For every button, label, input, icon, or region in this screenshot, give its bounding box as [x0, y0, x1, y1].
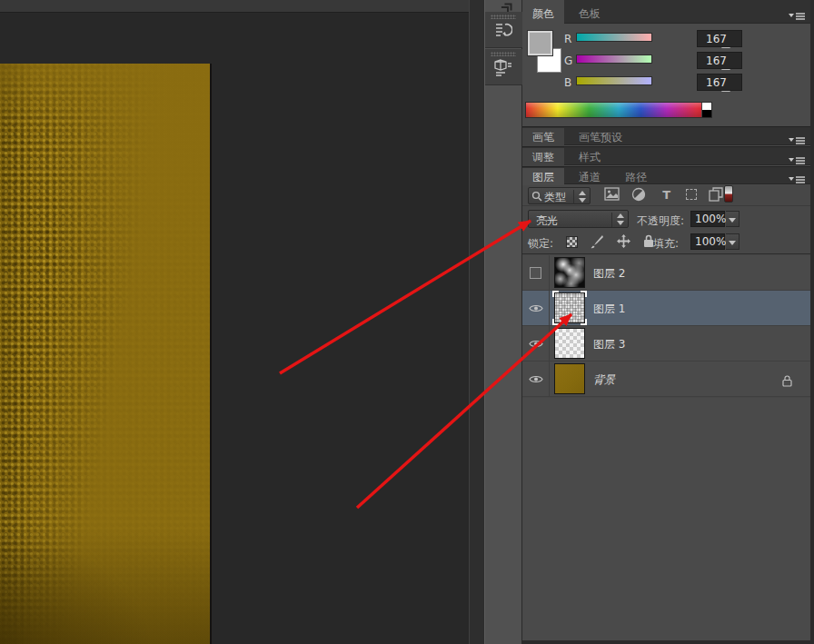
tab-brush[interactable]: 画笔 — [522, 128, 564, 147]
red-value-field[interactable]: 167 — [697, 30, 742, 47]
layer-row-3[interactable]: 图层 3 — [522, 326, 814, 362]
opacity-label: 不透明度: — [637, 213, 684, 229]
lock-label: 锁定: — [528, 236, 553, 252]
tab-paths[interactable]: 路径 — [615, 168, 657, 186]
document-canvas[interactable] — [0, 64, 212, 644]
foreground-color-swatch[interactable] — [528, 31, 552, 55]
dock-drag-handle[interactable] — [491, 52, 516, 56]
layer-name[interactable]: 图层 3 — [593, 337, 625, 352]
3d-panel-icon — [494, 59, 512, 76]
color-spectrum-ramp[interactable] — [525, 102, 712, 118]
selection-corner — [581, 291, 587, 297]
color-panel: R 167 G 167 B 167 — [522, 25, 814, 125]
blend-mode-select[interactable]: 亮光 — [528, 210, 629, 228]
eye-icon — [529, 374, 543, 384]
fill-dropdown-button[interactable] — [726, 233, 740, 250]
red-channel-row: R 167 — [564, 30, 814, 50]
green-channel-row: G 167 — [564, 52, 814, 72]
fill-label: 填充: — [653, 236, 679, 252]
tab-channels[interactable]: 通道 — [569, 168, 610, 186]
selection-corner — [552, 319, 559, 325]
layer-3-thumbnail[interactable] — [554, 328, 585, 359]
history-panel-button[interactable] — [485, 12, 522, 48]
lock-row: 锁定: 填充: 100% — [522, 231, 814, 254]
layer-name[interactable]: 图层 1 — [593, 302, 625, 317]
dock-gap — [469, 0, 484, 644]
tab-color[interactable]: 颜色 — [522, 0, 564, 24]
visibility-toggle[interactable] — [522, 326, 550, 362]
selection-corner — [552, 291, 559, 297]
filter-toggle-switch[interactable] — [724, 185, 733, 203]
layer-2-thumbnail[interactable] — [554, 257, 585, 288]
visibility-toggle[interactable] — [522, 291, 550, 326]
black-chip[interactable] — [701, 110, 711, 117]
lock-pixels-brush-icon[interactable] — [591, 234, 604, 253]
adjustments-panel-tabbar: 调整 样式 — [522, 146, 814, 165]
layer-name[interactable]: 图层 2 — [593, 266, 625, 282]
visibility-off-box — [530, 267, 541, 279]
filter-shape-layers-icon[interactable] — [686, 189, 697, 200]
filter-kind-select[interactable]: 类型 — [528, 187, 591, 204]
opacity-value-field[interactable]: 100% — [690, 211, 725, 227]
visibility-toggle[interactable] — [522, 255, 550, 291]
blue-channel-label: B — [564, 76, 571, 89]
green-channel-slider[interactable] — [576, 54, 652, 64]
expand-dock-icon[interactable] — [498, 0, 518, 12]
layer-row-1-selected[interactable]: 图层 1 — [522, 291, 814, 326]
blue-channel-row: B 167 — [564, 74, 814, 94]
fill-value-field[interactable]: 100% — [690, 233, 725, 250]
green-value-field[interactable]: 167 — [697, 52, 742, 69]
layer-name[interactable]: 背景 — [593, 372, 615, 388]
panel-bottom-edge — [522, 640, 814, 644]
divider — [573, 190, 574, 204]
blue-value-field[interactable]: 167 — [697, 74, 742, 91]
lock-transparency-icon[interactable] — [566, 236, 578, 248]
panel-menu-icon[interactable] — [789, 171, 805, 180]
lock-icon-group — [566, 234, 662, 253]
dock-drag-handle[interactable] — [491, 15, 516, 19]
divider — [611, 213, 612, 227]
filter-icon-group: T — [604, 187, 731, 204]
lock-position-icon[interactable] — [617, 234, 630, 252]
layer-1-thumbnail[interactable] — [554, 292, 585, 323]
blend-mode-row: 亮光 不透明度: 100% — [522, 207, 814, 231]
opacity-dropdown-button[interactable] — [726, 211, 740, 227]
collapsed-panel-dock — [484, 0, 522, 644]
layer-list-empty-area — [522, 398, 814, 640]
window-top-strip — [0, 0, 484, 13]
selection-corner — [581, 319, 587, 325]
layers-panel-tabbar: 图层 通道 路径 — [522, 166, 814, 184]
panel-menu-icon[interactable] — [789, 7, 805, 16]
red-channel-slider[interactable] — [576, 33, 652, 42]
history-icon — [494, 22, 512, 38]
tab-adjustments[interactable]: 调整 — [522, 148, 564, 167]
layer-filter-row: 类型 T — [522, 185, 814, 206]
tab-layers[interactable]: 图层 — [522, 168, 564, 186]
threed-panel-button[interactable] — [485, 49, 522, 85]
updown-arrows-icon — [615, 213, 625, 225]
layers-panel: 类型 T — [522, 185, 814, 640]
layer-row-background[interactable]: 背景 — [522, 362, 814, 397]
blue-channel-slider[interactable] — [576, 76, 652, 85]
updown-arrows-icon — [577, 191, 587, 203]
filter-type-layers-icon[interactable]: T — [659, 187, 674, 203]
filter-adjustment-layers-icon[interactable] — [631, 187, 647, 203]
tab-styles[interactable]: 样式 — [569, 148, 610, 167]
window-right-edge — [810, 0, 814, 644]
panel-column: 颜色 色板 R 167 G 167 B — [522, 0, 814, 644]
photoshop-window: 颜色 色板 R 167 G 167 B — [0, 0, 814, 644]
layer-list: 图层 2 图层 1 — [522, 255, 814, 397]
canvas-vignette — [0, 64, 210, 644]
visibility-toggle[interactable] — [522, 362, 550, 397]
layer-row-2[interactable]: 图层 2 — [522, 255, 814, 291]
panel-menu-icon[interactable] — [789, 132, 805, 141]
filter-smart-object-icon[interactable] — [709, 187, 724, 203]
panel-menu-icon[interactable] — [789, 152, 805, 161]
eye-icon — [529, 339, 543, 349]
tab-swatches[interactable]: 色板 — [569, 0, 610, 24]
filter-pixel-layers-icon[interactable] — [604, 187, 620, 203]
blend-mode-value: 亮光 — [536, 213, 558, 229]
layer-lock-icon — [782, 373, 792, 391]
tab-brush-presets[interactable]: 画笔预设 — [569, 128, 632, 147]
background-layer-thumbnail[interactable] — [554, 363, 585, 394]
